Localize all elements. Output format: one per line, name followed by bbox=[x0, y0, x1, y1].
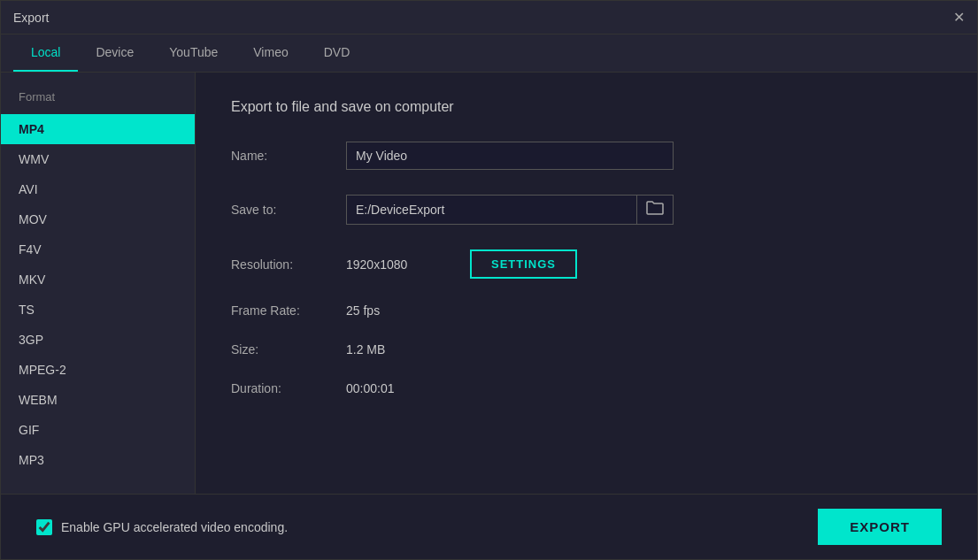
frame-rate-row: Frame Rate: 25 fps bbox=[231, 303, 942, 318]
sidebar-item-gif[interactable]: GIF bbox=[1, 415, 195, 445]
content-area: Export to file and save on computer Name… bbox=[196, 73, 977, 494]
export-button[interactable]: EXPORT bbox=[818, 509, 942, 545]
gpu-checkbox[interactable] bbox=[36, 519, 52, 535]
save-to-wrapper bbox=[346, 195, 674, 225]
sidebar: Format MP4 WMV AVI MOV F4V MKV TS 3GP MP… bbox=[1, 73, 196, 494]
export-window: Export ✕ Local Device YouTube Vimeo DVD … bbox=[0, 0, 978, 560]
save-to-row: Save to: bbox=[231, 195, 942, 225]
title-bar: Export ✕ bbox=[1, 1, 977, 35]
gpu-label-text: Enable GPU accelerated video encoding. bbox=[61, 520, 288, 534]
tabs-bar: Local Device YouTube Vimeo DVD bbox=[1, 35, 977, 73]
tab-local[interactable]: Local bbox=[13, 35, 78, 72]
tab-youtube[interactable]: YouTube bbox=[151, 35, 235, 72]
sidebar-item-mpeg2[interactable]: MPEG-2 bbox=[1, 355, 195, 385]
name-label: Name: bbox=[231, 149, 346, 163]
duration-row: Duration: 00:00:01 bbox=[231, 381, 942, 395]
frame-rate-label: Frame Rate: bbox=[231, 303, 346, 318]
sidebar-item-3gp[interactable]: 3GP bbox=[1, 325, 195, 355]
name-row: Name: bbox=[231, 142, 942, 170]
size-row: Size: 1.2 MB bbox=[231, 342, 942, 357]
sidebar-item-mp4[interactable]: MP4 bbox=[1, 114, 195, 144]
sidebar-item-avi[interactable]: AVI bbox=[1, 174, 195, 204]
tab-device[interactable]: Device bbox=[78, 35, 151, 72]
window-title: Export bbox=[13, 11, 49, 25]
sidebar-item-f4v[interactable]: F4V bbox=[1, 234, 195, 265]
resolution-content: 1920x1080 SETTINGS bbox=[346, 249, 577, 279]
tab-dvd[interactable]: DVD bbox=[306, 35, 368, 72]
duration-value: 00:00:01 bbox=[346, 381, 395, 395]
sidebar-section-label: Format bbox=[1, 90, 195, 114]
duration-label: Duration: bbox=[231, 381, 346, 395]
sidebar-item-mkv[interactable]: MKV bbox=[1, 265, 195, 295]
sidebar-item-ts[interactable]: TS bbox=[1, 295, 195, 325]
save-to-input[interactable] bbox=[347, 196, 636, 223]
sidebar-item-mp3[interactable]: MP3 bbox=[1, 445, 195, 475]
name-input[interactable] bbox=[346, 142, 674, 170]
settings-button[interactable]: SETTINGS bbox=[470, 249, 577, 279]
sidebar-item-mov[interactable]: MOV bbox=[1, 204, 195, 234]
save-to-label: Save to: bbox=[231, 203, 346, 217]
resolution-label: Resolution: bbox=[231, 257, 346, 272]
resolution-value: 1920x1080 bbox=[346, 257, 452, 272]
sidebar-item-wmv[interactable]: WMV bbox=[1, 144, 195, 174]
size-label: Size: bbox=[231, 342, 346, 357]
folder-icon[interactable] bbox=[636, 196, 673, 224]
tab-vimeo[interactable]: Vimeo bbox=[235, 35, 305, 72]
bottom-bar: Enable GPU accelerated video encoding. E… bbox=[1, 494, 977, 559]
size-value: 1.2 MB bbox=[346, 342, 385, 357]
close-button[interactable]: ✕ bbox=[953, 11, 965, 25]
resolution-row: Resolution: 1920x1080 SETTINGS bbox=[231, 249, 942, 279]
frame-rate-value: 25 fps bbox=[346, 303, 380, 318]
content-title: Export to file and save on computer bbox=[231, 99, 942, 115]
main-content: Format MP4 WMV AVI MOV F4V MKV TS 3GP MP… bbox=[1, 73, 977, 494]
gpu-checkbox-label[interactable]: Enable GPU accelerated video encoding. bbox=[36, 519, 288, 535]
sidebar-item-webm[interactable]: WEBM bbox=[1, 385, 195, 415]
